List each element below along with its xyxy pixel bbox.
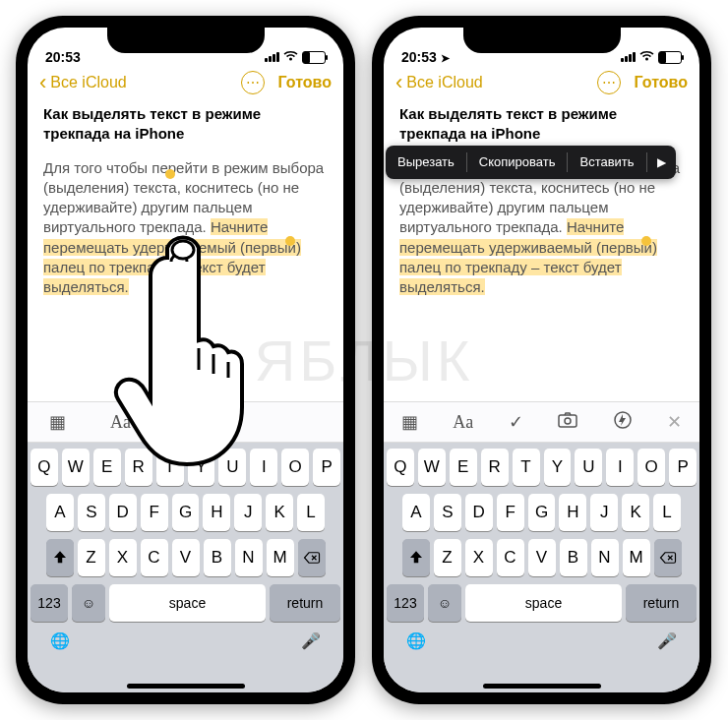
format-button[interactable]: Aa <box>453 412 473 433</box>
paste-button[interactable]: Вставить <box>568 146 645 179</box>
key-k[interactable]: K <box>266 494 293 531</box>
key-x[interactable]: X <box>109 539 137 576</box>
key-t[interactable]: T <box>513 449 540 486</box>
dictation-key[interactable]: 🎤 <box>657 631 677 650</box>
key-x[interactable]: X <box>465 539 493 576</box>
note-content[interactable]: Как выделять текст в режиме трекпада на … <box>384 100 699 297</box>
key-m[interactable]: M <box>623 539 650 576</box>
phone-right: 20:53 ➤ ‹ Все iCloud ⋯ Го <box>372 16 711 704</box>
table-icon[interactable]: ▦ <box>401 411 418 433</box>
menu-more-icon[interactable]: ▶ <box>647 147 676 178</box>
battery-icon <box>302 51 326 64</box>
selection-handle-end[interactable] <box>285 236 295 246</box>
key-q[interactable]: Q <box>387 449 414 486</box>
space-key[interactable]: space <box>109 584 266 622</box>
emoji-key[interactable]: ☺ <box>428 584 461 622</box>
key-n[interactable]: N <box>235 539 263 576</box>
return-key[interactable]: return <box>270 584 340 622</box>
dictation-key[interactable]: 🎤 <box>301 631 321 650</box>
key-j[interactable]: J <box>234 494 262 531</box>
key-l[interactable]: L <box>297 494 325 531</box>
key-u[interactable]: U <box>575 449 602 486</box>
keyboard-toolbar: ▦ Aa ✓ ✕ <box>384 401 699 443</box>
key-v[interactable]: V <box>528 539 556 576</box>
backspace-key[interactable] <box>654 539 682 576</box>
return-key[interactable]: return <box>626 584 697 622</box>
key-d[interactable]: D <box>465 494 493 531</box>
key-r[interactable]: R <box>481 449 509 486</box>
key-p[interactable]: P <box>669 449 697 486</box>
home-indicator[interactable] <box>127 684 245 689</box>
shift-key[interactable] <box>46 539 74 576</box>
key-f[interactable]: F <box>141 494 168 531</box>
key-p[interactable]: P <box>313 449 340 486</box>
selection-handle-start[interactable] <box>165 169 175 179</box>
key-o[interactable]: O <box>637 449 665 486</box>
key-k[interactable]: K <box>622 494 649 531</box>
key-b[interactable]: B <box>560 539 587 576</box>
nav-bar: ‹ Все iCloud ⋯ Готово <box>384 67 699 100</box>
key-z[interactable]: Z <box>78 539 105 576</box>
status-time: 20:53 <box>45 49 81 65</box>
backspace-key[interactable] <box>298 539 326 576</box>
keyboard: QWERTYUIOP ASDFGHJKL ZXCVBNM 123 ☺ space… <box>28 443 343 692</box>
key-w[interactable]: W <box>418 449 446 486</box>
globe-key[interactable]: 🌐 <box>406 631 426 650</box>
copy-button[interactable]: Скопировать <box>467 146 568 179</box>
numbers-key[interactable]: 123 <box>30 584 68 622</box>
svg-point-2 <box>565 418 571 424</box>
key-z[interactable]: Z <box>434 539 461 576</box>
selection-handle-end[interactable] <box>641 236 651 246</box>
cut-button[interactable]: Вырезать <box>386 146 466 179</box>
key-g[interactable]: G <box>528 494 556 531</box>
camera-icon[interactable] <box>558 412 577 433</box>
key-m[interactable]: M <box>267 539 294 576</box>
edit-menu: Вырезать Скопировать Вставить ▶ <box>386 146 676 179</box>
phone-left: 20:53 ‹ Все iCloud ⋯ Готово <box>16 16 355 704</box>
keyboard: QWERTYUIOP ASDFGHJKL ZXCVBNM 123 ☺ space… <box>384 443 699 692</box>
screen: 20:53 ‹ Все iCloud ⋯ Готово <box>28 28 343 692</box>
done-button[interactable]: Готово <box>278 74 332 91</box>
space-key[interactable]: space <box>465 584 622 622</box>
key-a[interactable]: A <box>46 494 74 531</box>
key-i[interactable]: I <box>606 449 634 486</box>
key-h[interactable]: H <box>203 494 230 531</box>
done-button[interactable]: Готово <box>635 74 688 91</box>
key-g[interactable]: G <box>172 494 200 531</box>
key-v[interactable]: V <box>172 539 200 576</box>
chevron-left-icon: ‹ <box>395 72 402 93</box>
shift-key[interactable] <box>402 539 430 576</box>
key-l[interactable]: L <box>653 494 681 531</box>
wifi-icon <box>639 49 654 65</box>
key-s[interactable]: S <box>78 494 105 531</box>
nav-bar: ‹ Все iCloud ⋯ Готово <box>28 67 343 100</box>
key-b[interactable]: B <box>204 539 231 576</box>
close-toolbar-icon[interactable]: ✕ <box>667 411 682 433</box>
key-f[interactable]: F <box>497 494 524 531</box>
more-button[interactable]: ⋯ <box>597 71 621 94</box>
key-w[interactable]: W <box>62 449 90 486</box>
table-icon[interactable]: ▦ <box>49 411 66 433</box>
key-c[interactable]: C <box>497 539 524 576</box>
emoji-key[interactable]: ☺ <box>72 584 105 622</box>
back-button[interactable]: ‹ Все iCloud <box>39 72 127 93</box>
key-d[interactable]: D <box>109 494 137 531</box>
screen: 20:53 ➤ ‹ Все iCloud ⋯ Го <box>384 28 699 692</box>
key-n[interactable]: N <box>591 539 619 576</box>
key-a[interactable]: A <box>402 494 430 531</box>
key-s[interactable]: S <box>434 494 461 531</box>
key-h[interactable]: H <box>559 494 586 531</box>
numbers-key[interactable]: 123 <box>387 584 424 622</box>
key-o[interactable]: O <box>281 449 309 486</box>
markup-icon[interactable] <box>613 410 633 435</box>
back-button[interactable]: ‹ Все iCloud <box>395 72 483 93</box>
key-y[interactable]: Y <box>544 449 572 486</box>
more-button[interactable]: ⋯ <box>241 71 265 94</box>
key-j[interactable]: J <box>590 494 618 531</box>
home-indicator[interactable] <box>483 684 601 689</box>
key-q[interactable]: Q <box>30 449 58 486</box>
key-c[interactable]: C <box>141 539 168 576</box>
key-e[interactable]: E <box>450 449 477 486</box>
globe-key[interactable]: 🌐 <box>50 631 70 650</box>
checklist-icon[interactable]: ✓ <box>509 411 523 433</box>
